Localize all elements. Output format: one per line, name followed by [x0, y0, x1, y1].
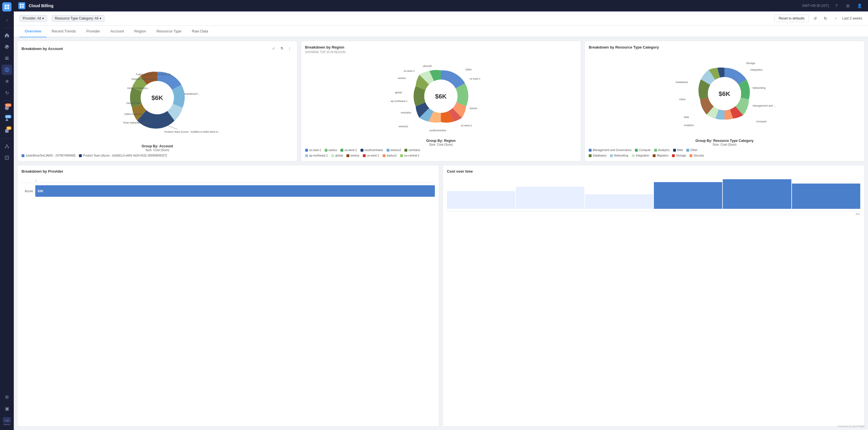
chart-region-donut: $6K us-east-1 eastus uksouth us-west-1 w… — [305, 56, 577, 137]
chart-region-groupby: Group By: Region — [305, 139, 577, 143]
legend-label-other: Other — [690, 148, 698, 152]
chart-account-donut: $6K Training [Azure - 9ab76122-85... Sup… — [22, 53, 293, 142]
chart-provider-bars: 0 Azure $3K — [22, 177, 435, 201]
sidebar-monitor-icon[interactable]: ▣ — [2, 403, 12, 413]
legend-label-justin: JustinBrewTest [AWS - 247907409668] — [26, 154, 75, 157]
sidebar-snowflake-icon[interactable]: ❄ — [2, 76, 12, 86]
svg-text:Logic: Logic — [5, 419, 9, 422]
svg-text:Integration: Integration — [750, 68, 763, 71]
legend-dot-web — [673, 149, 676, 152]
chart-cost-time-area — [447, 177, 860, 211]
sidebar-home-icon[interactable] — [2, 30, 12, 40]
svg-text:$6K: $6K — [435, 93, 446, 100]
svg-point-12 — [8, 147, 9, 148]
legend-label-analytics: Analytics — [658, 148, 670, 152]
legend-label-integration: Integration — [636, 154, 649, 157]
topbar-icon-question[interactable]: ? — [832, 2, 840, 10]
svg-text:Analytics: Analytics — [684, 124, 694, 127]
bar-row-azure: Azure $3K — [22, 185, 435, 197]
sidebar-refresh-icon[interactable]: ↻ — [2, 88, 12, 98]
svg-rect-6 — [5, 59, 9, 60]
tab-raw-data[interactable]: Raw Data — [187, 26, 213, 37]
svg-text:Compute: Compute — [756, 120, 767, 123]
provider-filter-label: Provider: All — [23, 17, 41, 20]
svg-text:global: global — [395, 91, 402, 94]
resource-type-filter[interactable]: Resource Type Category: All ▾ — [52, 15, 104, 22]
bar-value-azure: $3K — [38, 189, 43, 193]
chart-account-groupby: Group By: Account — [22, 144, 293, 148]
topbar-icon-grid[interactable]: ⊞ — [844, 2, 852, 10]
svg-rect-15 — [5, 156, 9, 160]
tab-provider[interactable]: Provider — [81, 26, 105, 37]
chart-account-filter-icon[interactable]: ⚗ — [278, 45, 285, 52]
sidebar-list-icon[interactable] — [2, 53, 12, 63]
legend-label-centralus: centralus — [408, 148, 420, 152]
legend-item-databases: Databases — [589, 154, 607, 157]
svg-rect-5 — [5, 58, 9, 59]
legend-dot-compute — [635, 149, 638, 152]
legend-item-westus2: westus2 — [386, 148, 401, 152]
sidebar-layers-icon[interactable] — [2, 41, 12, 52]
svg-text:westus: westus — [398, 77, 406, 80]
legend-label-eu-central: eu-central-1 — [404, 154, 420, 157]
redo-icon[interactable]: ↻ — [822, 15, 830, 22]
cost-time-bar-2 — [516, 187, 584, 209]
reset-defaults-button[interactable]: Reset to defaults — [774, 15, 809, 22]
svg-rect-20 — [20, 4, 22, 5]
chart-resource-header: Breakdown by Resource Type Category — [589, 45, 860, 49]
tab-account[interactable]: Account — [105, 26, 129, 37]
chart-cost-time-card: Cost over time $6K — [443, 165, 865, 427]
filter-bar: Provider: All ▾ Resource Type Category: … — [14, 11, 868, 26]
sidebar-divider-1 — [3, 28, 11, 28]
sidebar-alert3-icon[interactable]: 52 — [2, 126, 12, 136]
legend-dot-global — [331, 154, 334, 157]
svg-rect-2 — [5, 7, 7, 9]
chart-region-subtitle: SHOWING TOP 20 IN REGION — [305, 51, 577, 54]
legend-label-southcentralus: southcentralus — [365, 148, 383, 152]
sidebar-alert1-icon[interactable]: 612 — [2, 103, 12, 113]
resource-type-filter-label: Resource Type Category: All — [55, 17, 98, 20]
legend-item-eu-central: eu-central-1 — [400, 154, 420, 157]
tab-resource-type[interactable]: Resource Type — [151, 26, 187, 37]
legend-item-ap-northeast: ap-northeast-1 — [305, 154, 328, 157]
sidebar-network-icon[interactable] — [2, 141, 12, 151]
svg-text:us-west-1: us-west-1 — [404, 69, 415, 73]
chart-resource-svg: $6K Storage Integration Networking Datab… — [664, 52, 785, 135]
svg-text:centralus: centralus — [401, 111, 411, 114]
legend-item-mgmt-gov: Management and Governance — [589, 148, 631, 152]
chart-account-expand-icon[interactable]: ⤢ — [270, 45, 277, 52]
tab-overview[interactable]: Overview — [20, 26, 46, 37]
chart-provider-title: Breakdown by Provider — [22, 169, 435, 173]
legend-label-compute: Compute — [639, 148, 651, 152]
legend-item-web: Web — [673, 148, 683, 152]
timezone-label: GMT+05:30 (IST) — [802, 4, 829, 8]
bar-label-azure: Azure — [22, 189, 33, 193]
legend-dot-eastus2 — [383, 154, 385, 157]
legend-dot-us-west-1 — [363, 154, 366, 157]
sidebar-collapse-icon[interactable]: › — [2, 15, 12, 25]
tab-region[interactable]: Region — [129, 26, 151, 37]
legend-dot-mgmt-gov — [589, 149, 592, 152]
svg-text:uksouth: uksouth — [423, 65, 432, 67]
legend-item-westus: westus — [346, 154, 360, 157]
sidebar-logs-icon[interactable] — [2, 152, 12, 163]
svg-text:us-west-2: us-west-2 — [461, 124, 472, 127]
sidebar-alert2-icon[interactable]: 638 — [2, 114, 12, 125]
sidebar-billing-icon[interactable]: $ — [2, 65, 12, 75]
sidebar-settings-icon[interactable]: ⚙ — [2, 392, 12, 402]
tab-recent-trends[interactable]: Recent Trends — [46, 26, 81, 37]
svg-text:Training [Azure - 9ab76122-85.: Training [Azure - 9ab76122-85... — [136, 73, 173, 76]
main-wrapper: Cloud Billing GMT+05:30 (IST) ? ⊞ 👤 Prov… — [14, 0, 868, 430]
chart-account-more-icon[interactable]: ⋮ — [286, 45, 293, 52]
legend-item-southcentralus: southcentralus — [361, 148, 383, 152]
provider-filter[interactable]: Provider: All ▾ — [20, 15, 47, 22]
svg-text:Support Team [Azure -...: Support Team [Azure -... — [131, 78, 159, 80]
legend-item-eastus: eastus — [324, 148, 337, 152]
cost-time-bar-5 — [723, 179, 791, 209]
badge-612: 612 — [5, 104, 11, 107]
topbar-icon-user[interactable]: 👤 — [856, 2, 863, 10]
upload-icon[interactable]: ↑ — [832, 15, 840, 22]
svg-text:ap-northeast-1: ap-northeast-1 — [391, 100, 408, 103]
undo-icon[interactable]: ↺ — [811, 15, 819, 22]
sidebar-divider-2 — [3, 100, 11, 101]
